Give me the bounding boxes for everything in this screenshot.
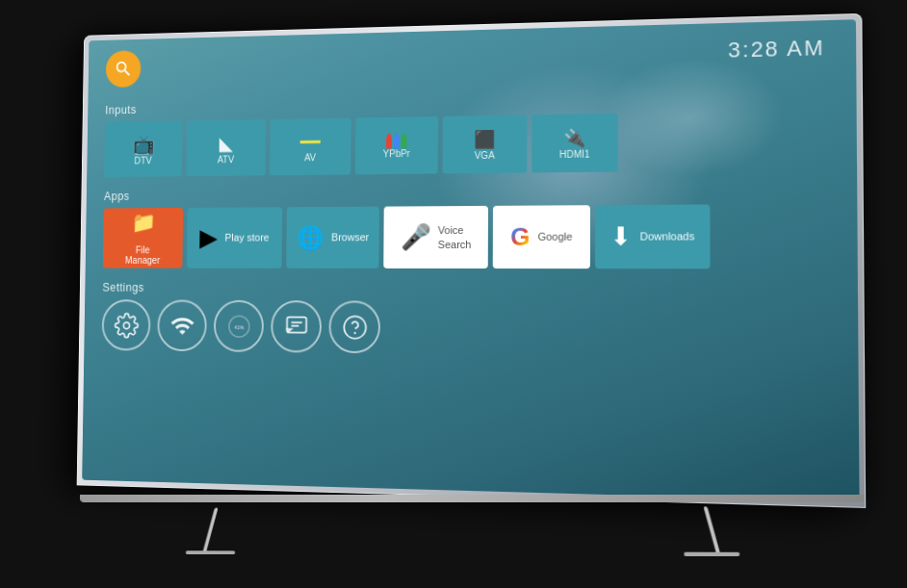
settings-messages[interactable] xyxy=(271,300,322,353)
app-browser[interactable]: 🌐 Browser xyxy=(286,207,379,268)
wifi-icon xyxy=(169,313,194,339)
time-display: 3:28 AM xyxy=(728,36,825,64)
settings-help[interactable] xyxy=(328,300,380,353)
input-av[interactable]: ━━ AV xyxy=(270,118,350,176)
svg-point-0 xyxy=(123,321,130,328)
input-ypbpr[interactable]: YPbPr xyxy=(355,116,438,174)
battery-icon: 41% xyxy=(226,313,252,340)
google-label: Google xyxy=(537,231,572,243)
input-hdmi1[interactable]: 🔌 HDMI1 xyxy=(531,114,617,173)
chat-icon xyxy=(283,313,309,340)
settings-system[interactable] xyxy=(101,299,150,350)
app-google[interactable]: G Google xyxy=(493,205,590,268)
apps-label: Apps xyxy=(104,184,837,203)
inputs-section: Inputs 📺 DTV ◢ ATV xyxy=(104,89,836,177)
apps-section: Apps 📁 FileManager ▶ Play store xyxy=(103,184,837,269)
google-icon: G xyxy=(510,222,530,252)
input-atv[interactable]: ◢ ATV xyxy=(186,119,266,176)
tv-container: 3:28 AM Inputs 📺 xyxy=(0,0,907,588)
search-button[interactable] xyxy=(106,50,142,88)
help-icon xyxy=(342,314,368,341)
svg-point-7 xyxy=(344,316,366,338)
play-store-label: Play store xyxy=(224,232,269,244)
gear-icon xyxy=(114,312,139,338)
browser-icon: 🌐 xyxy=(297,224,324,251)
search-icon xyxy=(114,59,133,79)
app-play-store[interactable]: ▶ Play store xyxy=(187,207,282,268)
input-dtv[interactable]: 📺 DTV xyxy=(104,121,182,177)
file-manager-icon: 📁 xyxy=(131,211,155,235)
av-label: AV xyxy=(304,152,316,163)
input-vga[interactable]: ⬛ VGA xyxy=(443,115,528,173)
settings-section: Settings xyxy=(101,281,837,359)
app-voice-search[interactable]: 🎤 VoiceSearch xyxy=(383,206,488,268)
app-file-manager[interactable]: 📁 FileManager xyxy=(103,208,183,268)
ypbpr-label: YPbPr xyxy=(383,148,410,159)
settings-label: Settings xyxy=(102,281,837,297)
download-icon: ⬇ xyxy=(610,221,633,252)
browser-label: Browser xyxy=(331,231,369,243)
app-downloads[interactable]: ⬇ Downloads xyxy=(595,204,710,268)
tv-stand-legs xyxy=(80,501,864,557)
mic-icon: 🎤 xyxy=(401,222,431,252)
atv-label: ATV xyxy=(218,154,235,165)
file-manager-label: FileManager xyxy=(125,245,160,266)
tv-body: 3:28 AM Inputs 📺 xyxy=(77,13,867,508)
downloads-label: Downloads xyxy=(640,230,695,243)
tv-screen: 3:28 AM Inputs 📺 xyxy=(82,19,859,501)
settings-wifi[interactable] xyxy=(157,299,207,351)
settings-battery[interactable]: 41% xyxy=(214,300,264,352)
svg-text:41%: 41% xyxy=(234,323,245,329)
dtv-label: DTV xyxy=(134,155,151,166)
hdmi1-label: HDMI1 xyxy=(559,148,590,159)
vga-label: VGA xyxy=(475,149,495,160)
play-store-icon: ▶ xyxy=(199,223,218,252)
